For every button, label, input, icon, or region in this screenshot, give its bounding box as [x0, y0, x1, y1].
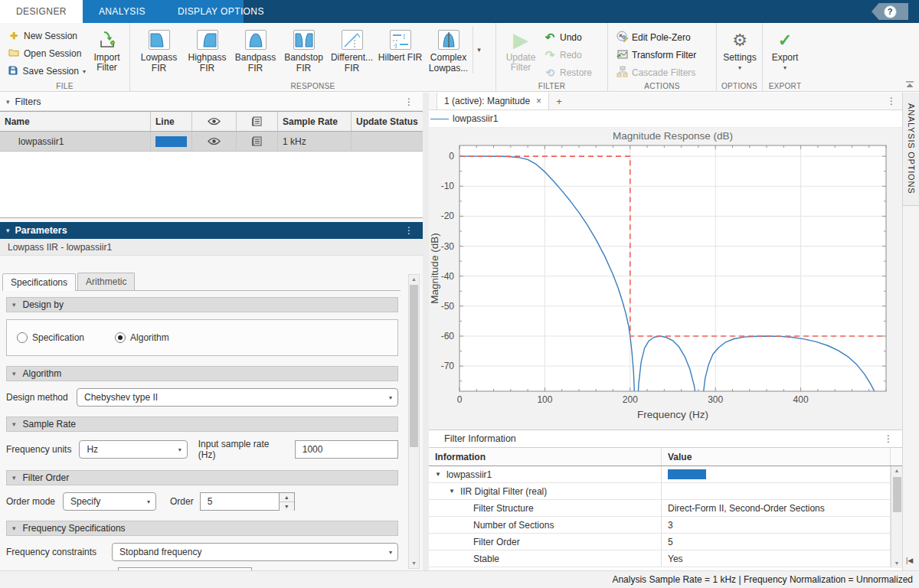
tab-specifications[interactable]: Specifications: [2, 273, 76, 291]
algorithm-section-bar[interactable]: ▾ Algorithm: [6, 366, 398, 381]
order-field[interactable]: 5: [200, 492, 280, 511]
frequency-units-select[interactable]: Hz ▾: [79, 440, 187, 459]
filter-line-cell[interactable]: [151, 132, 192, 152]
scroll-down-icon[interactable]: ▼: [891, 559, 902, 568]
filter-information-menu-icon[interactable]: ⋮: [881, 433, 896, 444]
panel-splitter[interactable]: [423, 93, 429, 570]
filter-visible-cell[interactable]: [192, 132, 237, 152]
parameters-scrollbar-thumb[interactable]: [410, 285, 418, 447]
tab-designer[interactable]: DESIGNER: [0, 0, 83, 23]
analysis-tab-strip: 1 (active): Magnitude × + ⋮: [429, 93, 902, 110]
radio-algorithm[interactable]: Algorithm: [115, 332, 169, 343]
open-session-button[interactable]: Open Session: [5, 46, 89, 61]
group-file: ✚ New Session Open Session Save Session …: [0, 23, 130, 91]
help-icon: ?: [884, 5, 897, 18]
group-export: ✓ Export ▾ EXPORT: [763, 23, 807, 91]
filter-information-scrollbar[interactable]: ▲ ▼: [891, 466, 902, 568]
response-bandpass-fir[interactable]: Bandpass FIR: [231, 26, 280, 74]
col-visible: [192, 112, 237, 132]
frequency-specifications-section-bar[interactable]: ▾ Frequency Specifications: [6, 521, 398, 536]
update-filter-button[interactable]: ▶ Update Filter: [501, 26, 541, 80]
analysis-options-tab[interactable]: ANALYSIS OPTIONS: [903, 93, 919, 206]
tab-close-icon[interactable]: ×: [536, 96, 541, 106]
svg-text:j: j: [403, 33, 405, 39]
response-bandstop-fir[interactable]: Bandstop FIR: [280, 26, 328, 74]
info-row-structure[interactable]: Filter Structure Direct-Form II, Second-…: [429, 500, 902, 517]
help-button[interactable]: ?: [872, 3, 908, 20]
save-session-dropdown-icon[interactable]: ▾: [83, 68, 86, 75]
tab-analysis[interactable]: ANALYSIS: [83, 0, 162, 23]
redo-button[interactable]: ↷ Redo: [541, 47, 595, 63]
svg-text:Magnitude (dB): Magnitude (dB): [429, 233, 440, 303]
expand-icon[interactable]: ▼: [449, 488, 455, 495]
response-lowpass-fir[interactable]: Lowpass FIR: [135, 26, 183, 74]
parameters-collapse-icon[interactable]: ▾: [6, 227, 10, 234]
radio-specification[interactable]: Specification: [17, 332, 84, 343]
design-by-section-bar[interactable]: ▾ Design by: [6, 297, 398, 312]
complex-lowpass-icon: [438, 30, 460, 50]
edit-pole-zero-button[interactable]: Edit Pole-Zero: [613, 29, 711, 45]
restore-button[interactable]: ⟲ Restore: [541, 64, 595, 80]
response-complex-lowpass[interactable]: Complex Lowpas...: [424, 26, 473, 74]
svg-text:200: 200: [623, 394, 638, 405]
visible-icon: [208, 137, 221, 145]
save-session-button[interactable]: Save Session ▾: [5, 64, 89, 79]
order-stepper[interactable]: ▲ ▼: [280, 492, 295, 511]
design-method-select[interactable]: Chebyshev type II ▾: [77, 388, 398, 407]
scroll-up-icon[interactable]: ▲: [891, 466, 902, 475]
svg-text:Magnitude Response (dB): Magnitude Response (dB): [613, 130, 733, 142]
cascade-filters-button[interactable]: Cascade Filters: [613, 64, 711, 80]
info-row-filter[interactable]: ▼lowpassiir1: [429, 466, 902, 483]
input-sample-rate-field[interactable]: 1000: [295, 440, 398, 459]
analysis-menu-icon[interactable]: ⋮: [884, 96, 899, 106]
filter-annotation-cell[interactable]: [237, 132, 278, 152]
parameters-scrollbar[interactable]: ▲ ▼: [408, 274, 420, 569]
tab-magnitude[interactable]: 1 (active): Magnitude ×: [437, 93, 549, 109]
filters-collapse-icon[interactable]: ▾: [6, 98, 10, 106]
parameters-menu-icon[interactable]: ⋮: [401, 225, 417, 236]
response-differentiator-fir[interactable]: Different... FIR: [328, 26, 376, 74]
response-highpass-fir[interactable]: Highpass FIR: [183, 26, 231, 74]
undo-button[interactable]: ↶ Undo: [541, 29, 595, 45]
minimize-toolstrip-icon[interactable]: [905, 80, 914, 87]
svg-text:Frequency (Hz): Frequency (Hz): [637, 409, 708, 420]
filter-order-section-bar[interactable]: ▾ Filter Order: [6, 470, 398, 485]
scroll-down-icon[interactable]: ▼: [409, 559, 419, 568]
settings-button[interactable]: ⚙ Settings ▾: [721, 26, 758, 73]
transform-filter-button[interactable]: Transform Filter: [613, 47, 711, 63]
response-hilbert-fir[interactable]: j-j Hilbert FIR: [376, 26, 424, 63]
stepper-up-icon: ▲: [280, 493, 294, 502]
new-tab-button[interactable]: +: [549, 93, 569, 109]
filter-information-table-header: Information Value: [429, 448, 902, 466]
analysis-options-strip: ANALYSIS OPTIONS |◀: [902, 93, 919, 570]
info-row-order[interactable]: Filter Order 5: [429, 534, 902, 550]
svg-text:0: 0: [449, 151, 454, 162]
tab-arithmetic[interactable]: Arithmetic: [77, 273, 135, 290]
filter-information-scrollbar-thumb[interactable]: [893, 477, 901, 512]
filter-row-lowpassiir1[interactable]: lowpassiir1 1 kHz: [0, 132, 423, 152]
export-button[interactable]: ✓ Export ▾: [767, 26, 803, 73]
expand-icon[interactable]: ▼: [435, 471, 441, 478]
dock-panel-icon[interactable]: |◀: [906, 557, 913, 564]
import-filter-button[interactable]: Import Filter: [89, 26, 125, 79]
new-session-button[interactable]: ✚ New Session: [5, 28, 89, 44]
transform-filter-icon: [616, 48, 628, 62]
filter-information-table: Information Value ▼lowpassiir1 ▼IIR Digi…: [429, 448, 902, 568]
filters-menu-icon[interactable]: ⋮: [401, 96, 417, 107]
order-mode-select[interactable]: Specify ▾: [63, 492, 156, 511]
response-gallery-expand-icon[interactable]: ▾: [473, 26, 485, 74]
info-row-stable[interactable]: Stable Yes: [429, 550, 902, 567]
info-row-sections[interactable]: Number of Sections 3: [429, 517, 902, 534]
annotation-icon: [252, 136, 262, 146]
info-row-iir-filter[interactable]: ▼IIR Digital Filter (real): [429, 483, 902, 500]
design-by-group: Specification Algorithm: [6, 319, 398, 356]
chart-legend: lowpassiir1: [429, 110, 902, 128]
col-name: Name: [0, 112, 151, 132]
sample-rate-section-bar[interactable]: ▾ Sample Rate: [6, 416, 398, 432]
tab-display-options[interactable]: DISPLAY OPTIONS: [162, 0, 280, 23]
frequency-constraints-select[interactable]: Stopband frequency ▾: [112, 543, 398, 561]
filters-panel-header: ▾ Filters ⋮: [0, 93, 423, 111]
radio-specification-icon: [17, 332, 28, 343]
scroll-up-icon[interactable]: ▲: [409, 275, 419, 284]
highpass-fir-icon: [197, 30, 218, 50]
